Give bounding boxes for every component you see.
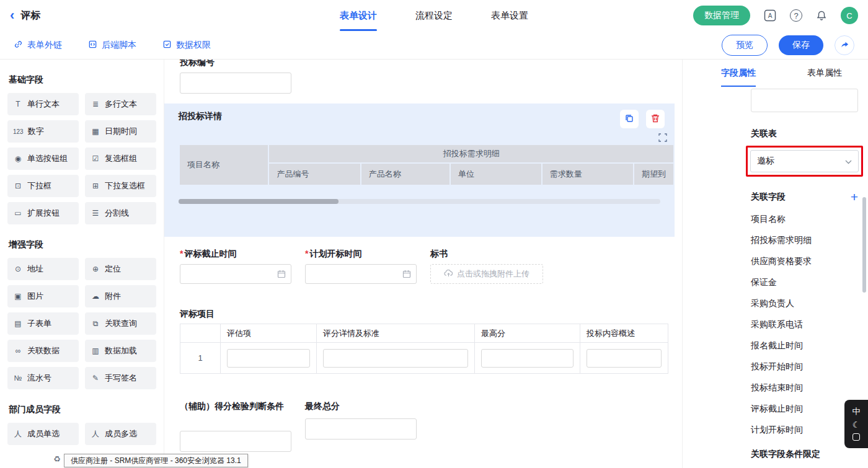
group-title-enhanced: 增强字段 [9, 239, 155, 250]
upload-button[interactable]: 点击或拖拽附件上传 [430, 264, 543, 284]
link-icon [14, 40, 23, 51]
backend-script-link[interactable]: 后端脚本 [88, 40, 136, 51]
field-item-signature[interactable]: ✎手写签名 [85, 367, 156, 389]
widget-box-icon[interactable] [852, 433, 860, 441]
page-title: 评标 [20, 9, 40, 22]
tab-flow-setting[interactable]: 流程设定 [415, 0, 453, 31]
field-item-address[interactable]: ⊙地址 [7, 258, 79, 280]
relation-field-item[interactable]: 投标开始时间 [751, 356, 858, 377]
field-item-relation-data[interactable]: ∞关联数据 [7, 340, 79, 362]
field-item-image[interactable]: ▣图片 [7, 285, 79, 307]
night-mode-icon[interactable]: ☾ [852, 420, 861, 429]
add-relation-field-icon[interactable]: + [851, 190, 858, 203]
horizontal-scrollbar-track[interactable] [179, 199, 660, 204]
field-item-subform[interactable]: ▤子表单 [7, 312, 79, 335]
score-cell-detail [317, 343, 475, 374]
eval-deadline-input[interactable] [180, 264, 291, 284]
cloud-upload-icon [444, 270, 453, 279]
field-item-checkbox-group[interactable]: ☑复选框组 [85, 148, 156, 170]
panel-top-input[interactable] [751, 89, 858, 112]
detail-col-unit: 单位 [450, 163, 542, 185]
field-item-number[interactable]: 123数字 [7, 120, 79, 143]
detail-col-expect: 期望到 [634, 163, 674, 185]
relation-field-item[interactable]: 投标结束时间 [751, 377, 858, 398]
field-item-multi-line-text[interactable]: ≣多行文本 [85, 93, 156, 115]
score-item-input[interactable] [227, 349, 310, 368]
multi-dropdown-icon: ⊞ [91, 182, 100, 190]
field-item-data-load[interactable]: ▥数据加载 [85, 340, 156, 362]
bell-icon[interactable] [816, 10, 827, 21]
field-item-divider[interactable]: ☰分割线 [85, 202, 156, 224]
field-item-serial-number[interactable]: №流水号 [7, 367, 79, 389]
number-icon: 123 [13, 128, 24, 135]
relation-query-icon: ⧉ [91, 319, 100, 328]
field-item-dropdown[interactable]: ⊡下拉框 [7, 175, 79, 197]
translate-toggle-icon[interactable]: 中 [852, 407, 861, 415]
form-external-link[interactable]: 表单外链 [14, 40, 62, 51]
score-col-index [180, 324, 221, 343]
detail-subform-section[interactable]: 招投标详情 项目名称 招投标需求明细 产品编号 [164, 104, 675, 237]
bid-number-input[interactable] [180, 73, 291, 94]
relation-field-item[interactable]: 项目名称 [751, 208, 858, 229]
field-item-relation-query[interactable]: ⧉关联查询 [85, 312, 156, 335]
script-icon [88, 40, 97, 51]
tab-field-properties[interactable]: 字段属性 [721, 60, 756, 87]
back-icon[interactable]: ‹ [10, 9, 14, 22]
field-item-single-line-text[interactable]: T单行文本 [7, 93, 79, 115]
score-summary-input[interactable] [587, 349, 662, 368]
form-canvas[interactable]: 投标编号 招投标详情 项目名称 招投标需求明细 [164, 60, 682, 468]
field-item-attachment[interactable]: ☁附件 [85, 285, 156, 307]
field-item-radio-group[interactable]: ◉单选按钮组 [7, 148, 79, 170]
tab-form-setting[interactable]: 表单设置 [491, 0, 528, 31]
data-permission-link[interactable]: 数据权限 [162, 40, 211, 51]
field-item-member-multi[interactable]: 人成员多选 [85, 423, 156, 445]
group-title-member: 部门成员字段 [9, 404, 155, 415]
score-max-input[interactable] [481, 349, 574, 368]
delete-button[interactable] [646, 110, 665, 128]
copy-button[interactable] [620, 110, 639, 128]
dropdown-icon: ⊡ [13, 182, 23, 190]
permission-icon [162, 40, 172, 51]
save-button[interactable]: 保存 [779, 35, 823, 55]
detail-section-title: 招投标详情 [179, 111, 675, 122]
relation-field-list: 项目名称 招投标需求明细 供应商资格要求 保证金 采购负责人 采购联系电话 报名… [751, 208, 858, 440]
relation-field-item[interactable]: 采购联系电话 [751, 314, 858, 335]
horizontal-scrollbar-thumb[interactable] [179, 199, 339, 204]
browser-status-tooltip: 供应商注册 - SRM供应商管理 - 360安全浏览器 13.1 [64, 454, 248, 467]
relation-field-item[interactable]: 报名截止时间 [751, 335, 858, 356]
relation-field-item[interactable]: 计划开标时间 [751, 419, 858, 440]
field-item-extend-button[interactable]: ▭扩展按钮 [7, 202, 79, 224]
field-item-member-single[interactable]: 人成员单选 [7, 423, 79, 445]
tab-form-properties[interactable]: 表单属性 [807, 60, 842, 87]
relation-field-item[interactable]: 保证金 [751, 272, 858, 293]
tab-form-design[interactable]: 表单设计 [340, 0, 377, 31]
aux-condition-input[interactable] [180, 431, 291, 452]
relation-field-item[interactable]: 采购负责人 [751, 293, 858, 314]
calendar-icon [402, 270, 411, 280]
preview-button[interactable]: 预览 [722, 35, 768, 56]
vertical-scrollbar-thumb[interactable] [862, 197, 866, 293]
field-item-multi-dropdown[interactable]: ⊞下拉复选框 [85, 175, 156, 197]
field-item-datetime[interactable]: ▦日期时间 [85, 120, 156, 143]
relation-data-icon: ∞ [13, 347, 23, 355]
final-score-input[interactable] [305, 418, 417, 439]
field-item-location[interactable]: ⊕定位 [85, 258, 156, 280]
data-manage-button[interactable]: 数据管理 [693, 6, 750, 25]
avatar[interactable]: C [841, 7, 858, 24]
bid-number-label: 投标编号 [180, 60, 682, 68]
score-table: 评估项 评分详情及标准 最高分 投标内容概述 1 [180, 324, 668, 374]
share-button[interactable] [835, 35, 854, 55]
translate-icon[interactable]: A [764, 9, 776, 22]
expand-icon[interactable] [658, 133, 667, 144]
person-icon: 人 [13, 429, 23, 439]
plan-open-label: *计划开标时间 [305, 249, 417, 260]
help-icon[interactable]: ? [790, 9, 802, 22]
relation-field-item[interactable]: 评标截止时间 [751, 398, 858, 419]
plan-open-input[interactable] [305, 264, 417, 284]
relation-table-select[interactable]: 邀标 [750, 150, 859, 172]
relation-field-item[interactable]: 招投标需求明细 [751, 229, 858, 250]
relation-field-item[interactable]: 供应商资格要求 [751, 250, 858, 272]
relation-table-label: 关联表 [751, 128, 858, 139]
score-cell-summary [580, 343, 668, 374]
score-detail-input[interactable] [323, 349, 468, 368]
